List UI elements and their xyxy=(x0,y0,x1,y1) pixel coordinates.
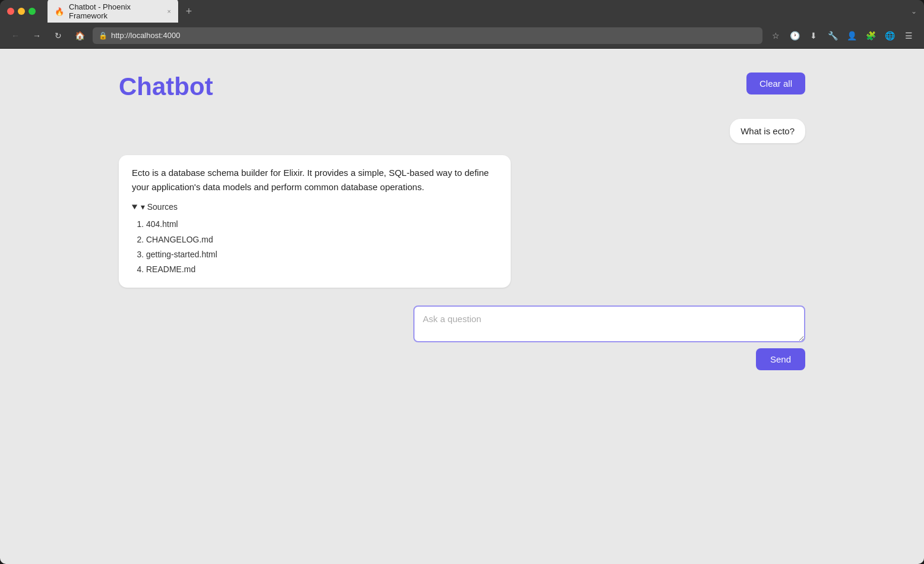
sources-summary[interactable]: ▾ Sources xyxy=(132,200,498,213)
extensions-icon[interactable]: 🧩 xyxy=(862,27,879,44)
maximize-button[interactable] xyxy=(29,8,36,15)
sources-details[interactable]: ▾ Sources 404.htmlCHANGELOG.mdgetting-st… xyxy=(132,200,498,277)
home-button[interactable]: 🏠 xyxy=(71,27,88,44)
bot-message: Ecto is a database schema builder for El… xyxy=(119,155,805,288)
chat-area: What is ecto? Ecto is a database schema … xyxy=(119,119,805,288)
toolbar-right-icons: ☆ 🕐 ⬇ 🔧 👤 🧩 🌐 ☰ xyxy=(767,27,917,44)
download-icon[interactable]: ⬇ xyxy=(805,27,822,44)
tab-favicon: 🔥 xyxy=(55,7,64,16)
send-button[interactable]: Send xyxy=(756,348,805,370)
security-icon: 🔒 xyxy=(99,31,107,40)
address-bar[interactable]: 🔒 http://localhost:4000 xyxy=(93,27,762,44)
url-text: http://localhost:4000 xyxy=(111,31,180,40)
minimize-button[interactable] xyxy=(18,8,25,15)
vpn-icon[interactable]: 🌐 xyxy=(881,27,898,44)
account-icon[interactable]: 👤 xyxy=(843,27,860,44)
menu-icon[interactable]: ☰ xyxy=(900,27,917,44)
bot-bubble: Ecto is a database schema builder for El… xyxy=(119,155,511,288)
user-message: What is ecto? xyxy=(119,119,805,143)
tab-list-chevron[interactable]: ⌄ xyxy=(911,7,917,15)
browser-toolbar: ← → ↻ 🏠 🔒 http://localhost:4000 ☆ 🕐 ⬇ 🔧 … xyxy=(0,23,924,49)
forward-button[interactable]: → xyxy=(29,27,45,44)
reload-button[interactable]: ↻ xyxy=(50,27,67,44)
sources-list: 404.htmlCHANGELOG.mdgetting-started.html… xyxy=(132,217,498,277)
tab-close-button[interactable]: × xyxy=(167,8,171,15)
user-message-text: What is ecto? xyxy=(741,126,795,136)
page-title: Chatbot xyxy=(119,73,213,101)
source-item: CHANGELOG.md xyxy=(146,232,498,247)
browser-window: 🔥 Chatbot - Phoenix Framework × + ⌄ ← → … xyxy=(0,0,924,564)
title-bar: 🔥 Chatbot - Phoenix Framework × + ⌄ xyxy=(0,0,924,23)
developer-icon[interactable]: 🔧 xyxy=(824,27,841,44)
tab-title: Chatbot - Phoenix Framework xyxy=(69,2,163,20)
input-area: Send xyxy=(119,305,805,370)
bot-response-text: Ecto is a database schema builder for El… xyxy=(132,168,489,192)
question-input[interactable] xyxy=(413,305,805,342)
back-button[interactable]: ← xyxy=(7,27,24,44)
clear-all-button[interactable]: Clear all xyxy=(746,73,805,94)
source-item: 404.html xyxy=(146,217,498,232)
new-tab-button[interactable]: + xyxy=(181,3,197,20)
page-content: Chatbot Clear all What is ecto? Ecto is … xyxy=(0,49,924,564)
bookmark-icon[interactable]: ☆ xyxy=(767,27,784,44)
page-header: Chatbot Clear all xyxy=(119,73,805,101)
user-bubble: What is ecto? xyxy=(730,119,805,143)
source-item: getting-started.html xyxy=(146,247,498,262)
traffic-lights xyxy=(7,8,36,15)
history-icon[interactable]: 🕐 xyxy=(786,27,803,44)
tabs-area: 🔥 Chatbot - Phoenix Framework × + ⌄ xyxy=(48,0,917,24)
source-item: README.md xyxy=(146,262,498,277)
active-tab[interactable]: 🔥 Chatbot - Phoenix Framework × xyxy=(48,0,178,24)
close-button[interactable] xyxy=(7,8,14,15)
